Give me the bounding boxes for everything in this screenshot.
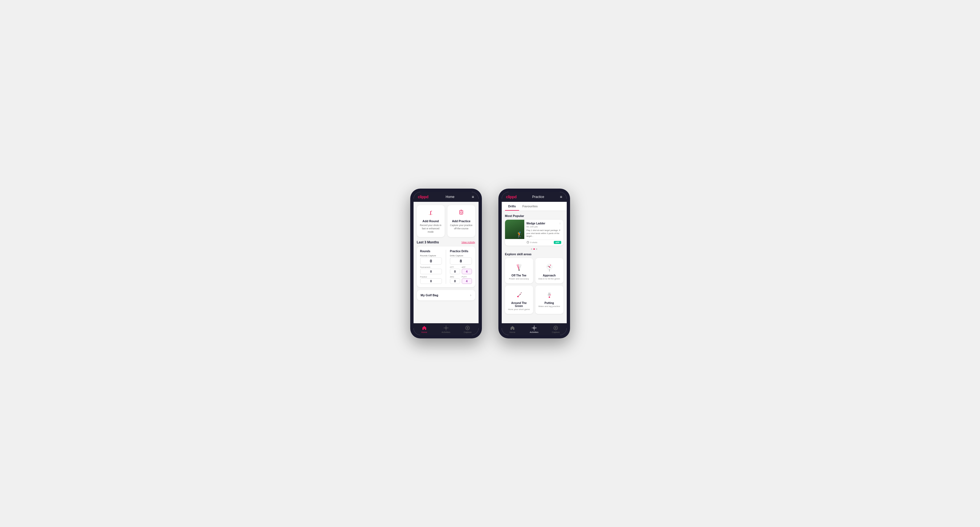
nav-practice-capture-label: Capture — [552, 331, 560, 333]
rounds-capture-value: 0 — [420, 257, 442, 265]
svg-line-20 — [519, 265, 521, 270]
practice-value: 0 — [420, 278, 442, 284]
svg-rect-4 — [460, 210, 463, 214]
add-practice-icon — [450, 208, 473, 218]
off-the-tee-name: Off The Tee — [507, 274, 531, 277]
skill-off-the-tee[interactable]: Off The Tee Power and accuracy — [505, 258, 533, 283]
putt-stat: PUTT 4 — [462, 276, 472, 284]
svg-point-21 — [519, 270, 520, 271]
topbar-practice: clippd Practice ≡ — [502, 192, 567, 202]
drill-name: Wedge Ladder — [527, 222, 546, 225]
drill-info: Wedge Ladder ☆ 50–100 yds Play 1 shot at… — [524, 220, 563, 246]
putting-icon — [538, 289, 561, 300]
svg-point-29 — [549, 267, 550, 268]
drill-footer: 9 shots APP — [527, 240, 561, 244]
most-popular-title: Most Popular — [505, 214, 563, 217]
page-title-home: Home — [446, 195, 455, 199]
nav-practice-activities-label: Activities — [530, 331, 539, 333]
nav-home[interactable]: Home — [414, 325, 435, 333]
home-content: Add Round Record your shots in fast or e… — [414, 202, 479, 323]
nav-practice-activities[interactable]: Activities — [523, 325, 545, 333]
svg-rect-2 — [430, 211, 432, 211]
add-practice-card[interactable]: Add Practice Capture your practice off-t… — [447, 205, 475, 237]
drills-capture-value: 8 — [450, 257, 472, 265]
ott-stat: OTT 0 — [450, 266, 460, 274]
star-icon[interactable]: ☆ — [559, 222, 561, 225]
menu-icon-practice[interactable]: ≡ — [560, 195, 562, 199]
menu-icon-home[interactable]: ≡ — [472, 195, 474, 199]
app-label: APP — [462, 266, 472, 268]
approach-icon — [538, 261, 561, 272]
svg-point-37 — [549, 293, 550, 294]
atg-name: Around The Green — [507, 302, 531, 308]
nav-activities[interactable]: Activities — [435, 325, 457, 333]
view-activity-link[interactable]: View Activity — [461, 241, 475, 244]
putt-label: PUTT — [462, 276, 472, 278]
svg-point-8 — [461, 210, 462, 211]
drills-sub-stats-top: OTT 0 APP 4 — [450, 266, 472, 274]
nav-capture[interactable]: Capture — [457, 325, 479, 333]
svg-line-16 — [517, 265, 519, 270]
atg-desc: Hone your short game — [507, 308, 531, 311]
svg-point-9 — [445, 327, 447, 329]
add-round-title: Add Round — [419, 219, 442, 223]
practice-tabs: Drills Favourites — [502, 202, 567, 211]
svg-point-27 — [550, 265, 551, 265]
svg-point-3 — [430, 214, 431, 215]
shots-label: 9 shots — [530, 241, 538, 244]
tab-drills[interactable]: Drills — [505, 202, 519, 211]
logo-practice: clippd — [506, 195, 517, 199]
explore-title: Explore skill areas — [505, 252, 563, 256]
drill-card-wedge-ladder[interactable]: Wedge Ladder ☆ 50–100 yds Play 1 shot at… — [505, 220, 563, 246]
nav-capture-label: Capture — [464, 331, 471, 333]
svg-point-36 — [548, 293, 549, 294]
activity-header: Last 3 Months View Activity — [417, 240, 475, 244]
arg-value: 0 — [450, 278, 460, 284]
arg-stat: ARG 0 — [450, 276, 460, 284]
drills-title: Practice Drills — [450, 250, 472, 253]
drill-yardage: 50–100 yds — [527, 225, 561, 228]
tournament-label: Tournament — [420, 266, 442, 268]
arg-label: ARG — [450, 276, 460, 278]
add-round-desc: Record your shots in fast or enhanced mo… — [419, 224, 442, 234]
svg-point-28 — [548, 266, 549, 267]
putting-name: Putting — [538, 302, 561, 305]
rounds-title: Rounds — [420, 250, 442, 253]
ott-value: 0 — [450, 269, 460, 274]
practice-stat: Practice 0 — [420, 276, 442, 284]
golf-bag-row[interactable]: My Golf Bag › — [417, 290, 475, 300]
phone-home: clippd Home ≡ Add Round — [410, 189, 482, 338]
drill-shots: 9 shots — [527, 241, 538, 244]
practice-label: Practice — [420, 276, 442, 278]
nav-practice-home[interactable]: Home — [502, 325, 523, 333]
tournament-value: 0 — [420, 269, 442, 274]
skill-around-the-green[interactable]: Around The Green Hone your short game — [505, 286, 533, 314]
ott-label: OTT — [450, 266, 460, 268]
skill-grid: Off The Tee Power and accuracy — [505, 258, 563, 314]
stats-row: Rounds Rounds Capture 0 Tournament 0 Pra… — [420, 250, 472, 284]
svg-point-38 — [548, 294, 549, 295]
dot-3 — [536, 248, 537, 250]
tab-favourites[interactable]: Favourites — [519, 202, 541, 211]
nav-practice-capture[interactable]: Capture — [545, 325, 567, 333]
topbar-home: clippd Home ≡ — [414, 192, 479, 202]
golf-bag-chevron: › — [470, 293, 471, 297]
rounds-col: Rounds Rounds Capture 0 Tournament 0 Pra… — [420, 250, 442, 284]
tournament-stat: Tournament 0 — [420, 266, 442, 274]
skill-putting[interactable]: Putting Make and lag practice — [535, 286, 563, 314]
add-round-card[interactable]: Add Round Record your shots in fast or e… — [417, 205, 445, 237]
approach-desc: Dial-in to hit the green — [538, 278, 561, 280]
drills-sub-stats-bottom: ARG 0 PUTT 4 — [450, 276, 472, 284]
logo-home: clippd — [418, 195, 428, 199]
nav-activities-label: Activities — [442, 331, 450, 333]
svg-point-41 — [533, 327, 535, 329]
tee-icon — [507, 261, 531, 272]
svg-point-5 — [460, 211, 462, 213]
rounds-capture-label: Rounds Capture — [420, 254, 442, 257]
putt-value: 4 — [462, 278, 472, 284]
drills-capture-label: Drills Capture — [450, 254, 472, 257]
approach-name: Approach — [538, 274, 561, 277]
off-the-tee-desc: Power and accuracy — [507, 278, 531, 280]
nav-practice-home-label: Home — [509, 331, 515, 333]
skill-approach[interactable]: Approach Dial-in to hit the green — [535, 258, 563, 283]
